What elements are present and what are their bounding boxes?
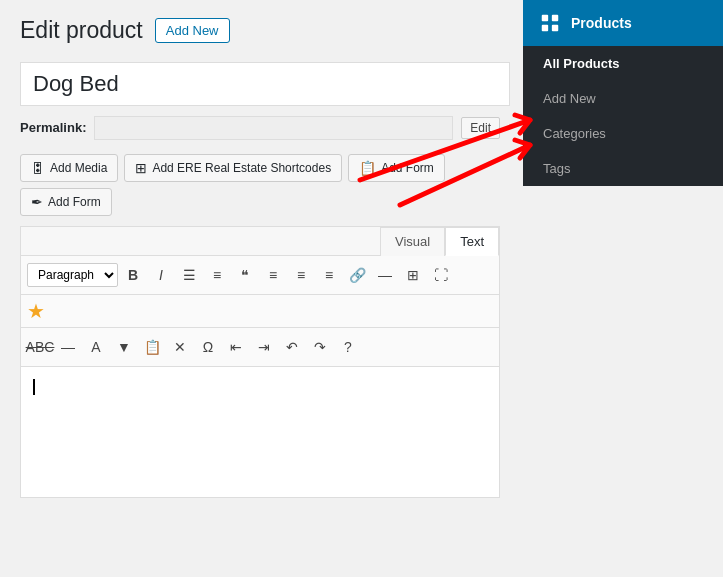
products-title: Products [571,15,632,31]
menu-item-add-new[interactable]: Add New [523,81,723,116]
products-icon [539,12,561,34]
editor-toolbar-row3: ABC — A ▼ 📋 ✕ Ω ⇤ ⇥ ↶ ↷ ? [21,328,499,367]
permalink-url-input[interactable] [94,116,453,140]
align-center-button[interactable]: ≡ [288,262,314,288]
star-icon: ★ [27,299,45,323]
strikethrough-button[interactable]: ABC [27,334,53,360]
svg-rect-0 [542,15,548,21]
svg-rect-2 [542,25,548,31]
form-icon-1: 📋 [359,160,376,176]
menu-item-all-products[interactable]: All Products [523,46,723,81]
numbered-list-button[interactable]: ≡ [204,262,230,288]
form-icon-2: ✒ [31,194,43,210]
undo-button[interactable]: ↶ [279,334,305,360]
format-select[interactable]: Paragraph Heading 1 Heading 2 [27,263,118,287]
ere-icon: ⊞ [135,160,147,176]
editor-toolbar-row2: ★ [21,295,499,328]
bold-button[interactable]: B [120,262,146,288]
italic-button[interactable]: I [148,262,174,288]
align-left-button[interactable]: ≡ [260,262,286,288]
add-new-button[interactable]: Add New [155,18,230,43]
link-button[interactable]: 🔗 [344,262,370,288]
hr2-button[interactable]: — [55,334,81,360]
product-title-input[interactable] [20,62,510,106]
add-ere-button[interactable]: ⊞ Add ERE Real Estate Shortcodes [124,154,342,182]
permalink-label: Permalink: [20,120,86,135]
page-title: Edit product [20,16,143,46]
text-color-picker[interactable]: ▼ [111,334,137,360]
menu-item-tags[interactable]: Tags [523,151,723,186]
add-form-button-2[interactable]: ✒ Add Form [20,188,112,216]
products-dropdown: Products All Products Add New Categories… [523,0,723,186]
add-media-icon: 🎛 [31,160,45,176]
hr-button[interactable]: — [372,262,398,288]
help-button[interactable]: ? [335,334,361,360]
table-button[interactable]: ⊞ [400,262,426,288]
add-media-button[interactable]: 🎛 Add Media [20,154,118,182]
text-cursor [33,379,35,395]
fullscreen-button[interactable]: ⛶ [428,262,454,288]
menu-item-categories[interactable]: Categories [523,116,723,151]
tab-visual[interactable]: Visual [380,227,445,256]
paste-text-button[interactable]: 📋 [139,334,165,360]
blockquote-button[interactable]: ❝ [232,262,258,288]
svg-rect-1 [552,15,558,21]
bullet-list-button[interactable]: ☰ [176,262,202,288]
products-menu-header: Products [523,0,723,46]
special-char-button[interactable]: Ω [195,334,221,360]
indent-button[interactable]: ⇥ [251,334,277,360]
editor-toolbar-row1: Paragraph Heading 1 Heading 2 B I ☰ ≡ ❝ … [21,256,499,295]
svg-rect-3 [552,25,558,31]
editor-body[interactable] [21,367,499,497]
redo-button[interactable]: ↷ [307,334,333,360]
tab-text[interactable]: Text [445,227,499,256]
outdent-button[interactable]: ⇤ [223,334,249,360]
editor-container: Visual Text Paragraph Heading 1 Heading … [20,226,500,498]
clear-format-button[interactable]: ✕ [167,334,193,360]
add-form-button-1[interactable]: 📋 Add Form [348,154,445,182]
align-right-button[interactable]: ≡ [316,262,342,288]
permalink-edit-button[interactable]: Edit [461,117,500,139]
text-color-button[interactable]: A [83,334,109,360]
